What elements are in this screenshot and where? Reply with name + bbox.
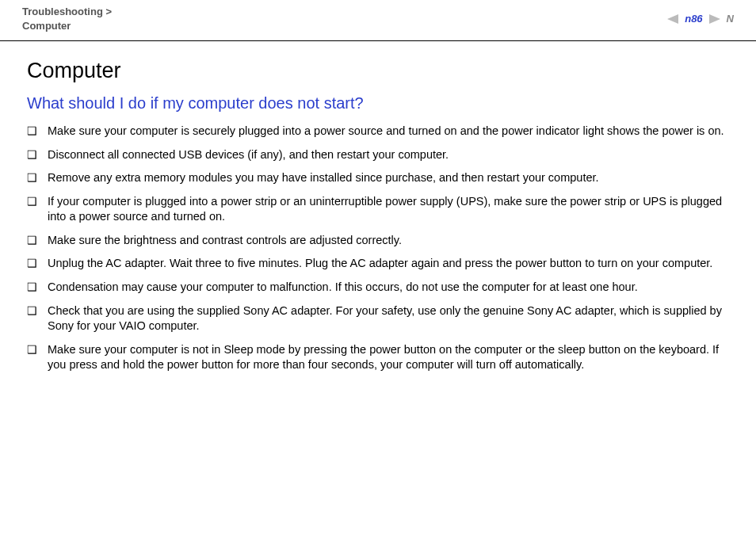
list-item: ❑Make sure your computer is not in Sleep… [27,342,729,373]
bullet-icon: ❑ [27,124,48,139]
bullet-icon: ❑ [27,280,48,295]
bullet-list: ❑Make sure your computer is securely plu… [27,124,729,373]
breadcrumb-line2: Computer [22,20,71,32]
page-header: Troubleshooting > Computer n86 N [0,0,756,41]
bullet-icon: ❑ [27,342,48,357]
next-page-icon[interactable] [709,14,720,24]
prev-page-icon[interactable] [667,14,678,24]
list-item: ❑Make sure your computer is securely plu… [27,124,729,139]
page-number: n86 [685,13,702,25]
list-item: ❑Remove any extra memory modules you may… [27,170,729,186]
breadcrumb-line1: Troubleshooting > [22,6,112,17]
bullet-icon: ❑ [27,170,48,185]
bullet-icon: ❑ [27,256,48,271]
breadcrumb: Troubleshooting > Computer [22,5,112,32]
list-item: ❑Make sure the brightness and contrast c… [27,233,729,249]
list-item: ❑Condensation may cause your computer to… [27,280,729,296]
page-title: Computer [27,59,729,83]
page-content: Computer What should I do if my computer… [0,41,756,373]
section-heading: What should I do if my computer does not… [27,94,729,113]
list-item: ❑Unplug the AC adapter. Wait three to fi… [27,256,729,272]
list-item: ❑Disconnect all connected USB devices (i… [27,147,729,163]
bullet-icon: ❑ [27,147,48,162]
page: Troubleshooting > Computer n86 N Compute… [0,0,756,373]
page-nav: n86 N [667,13,734,25]
bullet-icon: ❑ [27,303,48,318]
list-item: ❑If your computer is plugged into a powe… [27,194,729,225]
list-item: ❑Check that you are using the supplied S… [27,303,729,334]
bullet-icon: ❑ [27,194,48,209]
bullet-icon: ❑ [27,233,48,248]
page-indicator-suffix: N [727,13,734,25]
